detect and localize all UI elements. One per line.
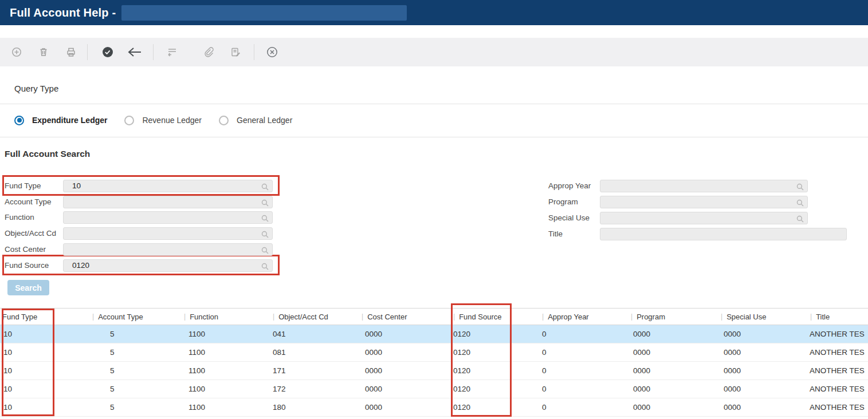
column-header-program[interactable]: |Program bbox=[629, 309, 718, 325]
cell-function: 1100 bbox=[182, 325, 270, 343]
radio-indicator[interactable] bbox=[124, 116, 134, 125]
field-label-account-type: Account Type bbox=[5, 196, 52, 208]
column-header-special-use[interactable]: |Special Use bbox=[718, 309, 808, 325]
cell-function: 1100 bbox=[182, 398, 270, 416]
search-button[interactable]: Search bbox=[7, 280, 49, 295]
field-input-function[interactable] bbox=[63, 211, 273, 224]
lookup-search-icon[interactable] bbox=[261, 199, 269, 206]
lookup-search-icon[interactable] bbox=[261, 246, 269, 254]
field-input-fund-type[interactable]: 10 bbox=[63, 180, 273, 192]
field-input-special-use[interactable] bbox=[600, 212, 808, 224]
field-label-function: Function bbox=[5, 211, 34, 224]
radio-dot bbox=[17, 118, 22, 122]
field-input-object-acct-cd[interactable] bbox=[63, 227, 273, 240]
column-header-label: Object/Acct Cd bbox=[278, 313, 328, 321]
delete-icon[interactable] bbox=[36, 46, 51, 58]
table-row[interactable]: 105110017100000120000000000ANOTHER TES bbox=[0, 362, 868, 380]
cell-function: 1100 bbox=[182, 343, 270, 361]
cell-function: 1100 bbox=[182, 362, 270, 380]
column-header-fund-type[interactable]: Fund Type bbox=[0, 309, 90, 325]
lookup-search-icon[interactable] bbox=[796, 199, 804, 206]
cell-approp-year: 0 bbox=[540, 325, 629, 343]
column-separator: | bbox=[631, 313, 633, 321]
cell-title: ANOTHER TES bbox=[808, 343, 868, 361]
field-input-program[interactable] bbox=[600, 196, 808, 208]
cell-special-use: 0000 bbox=[718, 398, 808, 416]
field-input-account-type[interactable] bbox=[63, 196, 273, 208]
cell-object-acct-cd: 172 bbox=[270, 380, 359, 398]
cell-program: 0000 bbox=[629, 343, 718, 361]
radio-label: General Ledger bbox=[237, 116, 292, 125]
column-header-object-acct-cd[interactable]: |Object/Acct Cd bbox=[270, 309, 359, 325]
column-header-fund-source[interactable]: |Fund Source bbox=[451, 309, 540, 325]
field-input-cost-center[interactable] bbox=[63, 243, 273, 256]
cell-program: 0000 bbox=[629, 398, 718, 416]
lookup-search-icon[interactable] bbox=[261, 230, 269, 238]
table-row[interactable]: 105110008100000120000000000ANOTHER TES bbox=[0, 343, 868, 362]
cell-approp-year: 0 bbox=[540, 362, 629, 380]
field-input-fund-source[interactable]: 0120 bbox=[63, 259, 273, 272]
table-header-row: Fund Type|Account Type|Function|Object/A… bbox=[0, 308, 868, 325]
column-header-account-type[interactable]: |Account Type bbox=[90, 309, 182, 325]
column-separator: | bbox=[810, 313, 812, 321]
cell-approp-year: 0 bbox=[540, 380, 629, 398]
lookup-search-icon[interactable] bbox=[261, 262, 269, 270]
lookup-search-icon[interactable] bbox=[261, 183, 269, 190]
query-type-heading: Query Type bbox=[14, 84, 58, 93]
print-icon[interactable] bbox=[64, 46, 78, 58]
cell-fund-type: 10 bbox=[0, 325, 90, 343]
radio-indicator[interactable] bbox=[14, 116, 24, 125]
column-separator: | bbox=[721, 313, 722, 321]
table-row[interactable]: 105110018000000120000000000ANOTHER TES bbox=[0, 398, 868, 417]
window-titlebar: Full Account Help - bbox=[0, 0, 868, 25]
divider bbox=[0, 104, 868, 104]
field-label-title: Title bbox=[548, 228, 563, 240]
lookup-search-icon[interactable] bbox=[796, 215, 804, 222]
column-header-label: Program bbox=[637, 313, 665, 321]
table-row[interactable]: 105110017200000120000000000ANOTHER TES bbox=[0, 380, 868, 398]
column-header-approp-year[interactable]: |Approp Year bbox=[540, 309, 629, 325]
cell-fund-type: 10 bbox=[0, 380, 90, 398]
column-header-cost-center[interactable]: |Cost Center bbox=[359, 309, 451, 325]
field-input-approp-year[interactable] bbox=[600, 180, 808, 192]
column-header-label: Function bbox=[190, 313, 218, 321]
field-input-title[interactable] bbox=[600, 228, 847, 240]
column-separator: | bbox=[92, 313, 94, 321]
radio-indicator[interactable] bbox=[219, 116, 229, 125]
cancel-icon[interactable] bbox=[265, 46, 280, 58]
column-header-function[interactable]: |Function bbox=[182, 309, 270, 325]
post-icon[interactable] bbox=[164, 46, 179, 58]
add-icon[interactable] bbox=[9, 46, 24, 58]
full-account-help-window: Full Account Help - bbox=[0, 0, 868, 419]
column-header-title[interactable]: |Title bbox=[808, 309, 868, 325]
cell-account-type: 5 bbox=[90, 398, 182, 416]
cell-fund-type: 10 bbox=[0, 343, 90, 361]
column-header-label: Approp Year bbox=[548, 313, 589, 321]
field-value: 0120 bbox=[64, 260, 89, 271]
cell-account-type: 5 bbox=[90, 325, 182, 343]
field-label-fund-type: Fund Type bbox=[5, 180, 41, 192]
cell-program: 0000 bbox=[629, 380, 718, 398]
radio-general-ledger[interactable]: General Ledger bbox=[219, 116, 292, 125]
edit-icon[interactable] bbox=[228, 46, 243, 58]
cell-object-acct-cd: 171 bbox=[270, 362, 359, 380]
cell-fund-source: 0120 bbox=[451, 398, 540, 416]
cell-special-use: 0000 bbox=[718, 343, 808, 361]
cell-approp-year: 0 bbox=[540, 343, 629, 361]
lookup-search-icon[interactable] bbox=[796, 183, 804, 190]
field-label-fund-source: Fund Source bbox=[5, 259, 49, 272]
cell-fund-type: 10 bbox=[0, 398, 90, 416]
cell-title: ANOTHER TES bbox=[808, 398, 868, 416]
cell-object-acct-cd: 180 bbox=[270, 398, 359, 416]
full-account-search-heading: Full Account Search bbox=[5, 149, 90, 159]
toolbar-divider bbox=[87, 44, 88, 60]
lookup-search-icon[interactable] bbox=[261, 214, 269, 222]
confirm-icon[interactable] bbox=[100, 46, 115, 58]
radio-revenue-ledger[interactable]: Revenue Ledger bbox=[124, 116, 202, 125]
radio-expenditure-ledger[interactable]: Expenditure Ledger bbox=[14, 116, 107, 125]
cell-special-use: 0000 bbox=[718, 362, 808, 380]
attachment-icon[interactable] bbox=[201, 46, 216, 58]
table-row[interactable]: 105110004100000120000000000ANOTHER TES bbox=[0, 325, 868, 343]
cell-fund-source: 0120 bbox=[451, 343, 540, 361]
back-icon[interactable] bbox=[127, 46, 142, 58]
